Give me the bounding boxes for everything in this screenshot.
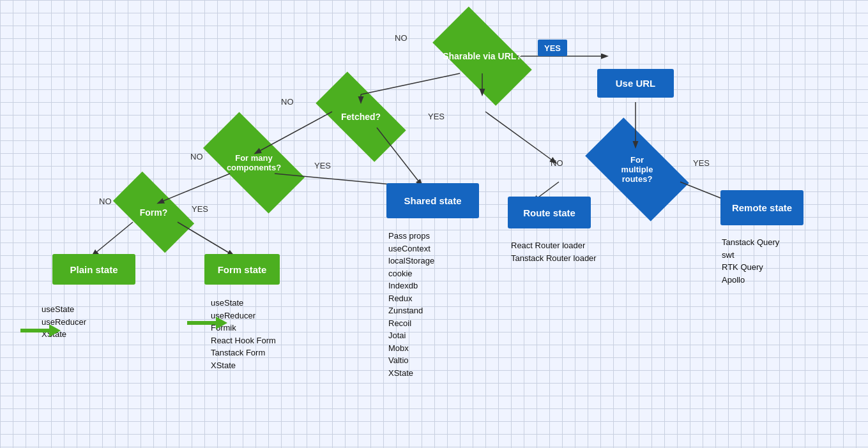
shared-state-libs-label: Pass props useContext localStorage cooki… xyxy=(388,230,434,379)
diagram: Sharable via URL? Fetched? For manycompo… xyxy=(0,0,868,448)
form-diamond: Form? xyxy=(117,191,190,233)
form-no-label: NO xyxy=(99,197,112,206)
sharable-no-label: NO xyxy=(395,33,407,43)
remote-state-libs-label: Tanstack Query swt RTK Query Apollo xyxy=(722,236,779,286)
form-yes-label: YES xyxy=(192,204,208,214)
for-multiple-routes-diamond: Formultipleroutes? xyxy=(591,142,683,197)
route-state-libs-label: React Router loader Tanstack Router load… xyxy=(511,239,597,264)
many-comp-yes-label: YES xyxy=(314,161,331,170)
svg-line-11 xyxy=(485,112,556,163)
sharable-url-diamond: Sharable via URL? xyxy=(438,31,527,82)
route-state-box: Route state xyxy=(508,197,591,228)
fetched-diamond: Fetched? xyxy=(319,94,402,139)
remote-state-box: Remote state xyxy=(720,190,803,225)
sharable-yes-label: YES xyxy=(538,40,567,56)
form-state-arrow xyxy=(187,317,227,329)
fetched-no-label: NO xyxy=(281,97,294,107)
shared-state-box: Shared state xyxy=(386,183,479,218)
many-comp-no-label: NO xyxy=(190,152,203,161)
form-state-box: Form state xyxy=(204,254,280,285)
fetched-yes-label: YES xyxy=(428,112,445,121)
for-many-components-diamond: For manycomponents? xyxy=(208,137,300,188)
plain-state-box: Plain state xyxy=(52,254,135,285)
form-state-libs-label: useState useReducer Formik React Hook Fo… xyxy=(211,297,276,371)
use-url-box: Use URL xyxy=(597,69,674,98)
mult-routes-no-label: NO xyxy=(551,158,563,168)
mult-routes-yes-label: YES xyxy=(693,158,710,168)
plain-state-arrow xyxy=(20,324,61,337)
